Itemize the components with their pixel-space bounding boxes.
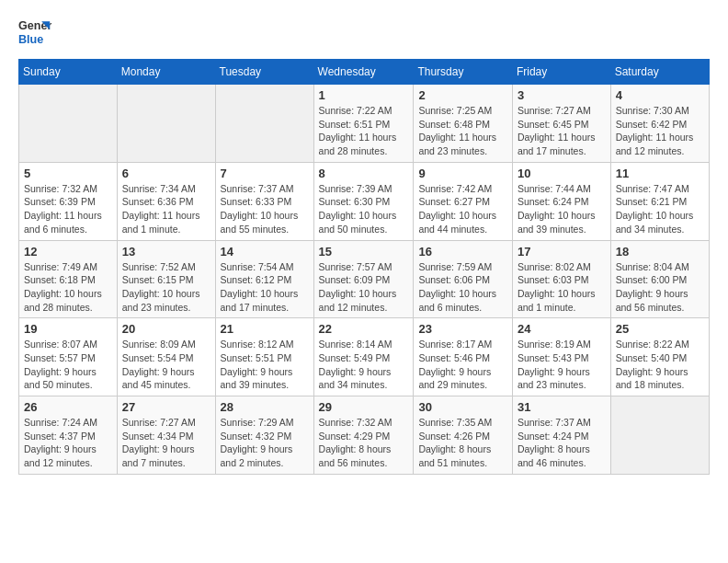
day-number: 9 (418, 167, 507, 180)
weekday-header-saturday: Saturday (610, 60, 709, 85)
calendar-cell: 17Sunrise: 8:02 AM Sunset: 6:03 PM Dayli… (512, 240, 610, 318)
calendar-cell: 8Sunrise: 7:39 AM Sunset: 6:30 PM Daylig… (313, 162, 414, 240)
calendar-cell: 20Sunrise: 8:09 AM Sunset: 5:54 PM Dayli… (117, 318, 215, 396)
calendar-cell: 12Sunrise: 7:49 AM Sunset: 6:18 PM Dayli… (19, 240, 118, 318)
day-number: 28 (221, 400, 309, 414)
day-number: 16 (418, 245, 507, 259)
day-info: Sunrise: 7:32 AM Sunset: 6:39 PM Dayligh… (24, 182, 112, 236)
calendar-cell: 28Sunrise: 7:29 AM Sunset: 4:32 PM Dayli… (215, 396, 313, 475)
calendar-cell: 10Sunrise: 7:44 AM Sunset: 6:24 PM Dayli… (512, 162, 610, 240)
day-info: Sunrise: 7:25 AM Sunset: 6:48 PM Dayligh… (418, 104, 507, 158)
day-info: Sunrise: 7:44 AM Sunset: 6:24 PM Dayligh… (518, 182, 606, 236)
calendar-cell (19, 85, 118, 163)
day-info: Sunrise: 7:57 AM Sunset: 6:09 PM Dayligh… (319, 260, 409, 315)
calendar-cell: 13Sunrise: 7:52 AM Sunset: 6:15 PM Dayli… (117, 240, 215, 318)
day-info: Sunrise: 8:04 AM Sunset: 6:00 PM Dayligh… (616, 260, 704, 315)
day-number: 25 (616, 322, 704, 336)
day-info: Sunrise: 7:32 AM Sunset: 4:29 PM Dayligh… (319, 416, 409, 470)
day-number: 10 (518, 167, 606, 180)
page-header: General Blue (18, 15, 710, 48)
calendar-cell: 31Sunrise: 7:37 AM Sunset: 4:24 PM Dayli… (512, 396, 610, 475)
day-number: 4 (616, 88, 704, 102)
day-number: 20 (122, 322, 210, 336)
day-number: 26 (24, 400, 112, 414)
day-info: Sunrise: 7:47 AM Sunset: 6:21 PM Dayligh… (616, 182, 704, 236)
calendar-cell: 4Sunrise: 7:30 AM Sunset: 6:42 PM Daylig… (610, 85, 709, 163)
calendar-cell: 26Sunrise: 7:24 AM Sunset: 4:37 PM Dayli… (19, 396, 118, 475)
day-number: 15 (319, 245, 409, 259)
day-number: 29 (319, 400, 409, 414)
day-number: 6 (122, 167, 210, 180)
day-number: 8 (319, 167, 409, 180)
logo-icon: General Blue (18, 15, 51, 48)
day-number: 2 (418, 88, 507, 102)
calendar-week-row: 5Sunrise: 7:32 AM Sunset: 6:39 PM Daylig… (19, 162, 710, 240)
day-number: 13 (122, 245, 210, 259)
calendar-cell: 25Sunrise: 8:22 AM Sunset: 5:40 PM Dayli… (610, 318, 709, 396)
calendar-cell: 14Sunrise: 7:54 AM Sunset: 6:12 PM Dayli… (215, 240, 313, 318)
calendar-cell: 3Sunrise: 7:27 AM Sunset: 6:45 PM Daylig… (512, 85, 610, 163)
calendar-cell (610, 396, 709, 475)
calendar-week-row: 1Sunrise: 7:22 AM Sunset: 6:51 PM Daylig… (19, 85, 710, 163)
calendar-cell (215, 85, 313, 163)
calendar-cell: 21Sunrise: 8:12 AM Sunset: 5:51 PM Dayli… (215, 318, 313, 396)
calendar-cell: 29Sunrise: 7:32 AM Sunset: 4:29 PM Dayli… (313, 396, 414, 475)
calendar-cell: 16Sunrise: 7:59 AM Sunset: 6:06 PM Dayli… (414, 240, 513, 318)
day-info: Sunrise: 8:02 AM Sunset: 6:03 PM Dayligh… (518, 260, 606, 315)
day-info: Sunrise: 7:49 AM Sunset: 6:18 PM Dayligh… (24, 260, 112, 315)
calendar-cell: 24Sunrise: 8:19 AM Sunset: 5:43 PM Dayli… (512, 318, 610, 396)
day-number: 27 (122, 400, 210, 414)
calendar-cell: 2Sunrise: 7:25 AM Sunset: 6:48 PM Daylig… (414, 85, 513, 163)
day-number: 3 (518, 88, 606, 102)
calendar-cell: 27Sunrise: 7:27 AM Sunset: 4:34 PM Dayli… (117, 396, 215, 475)
day-info: Sunrise: 7:52 AM Sunset: 6:15 PM Dayligh… (122, 260, 210, 315)
day-number: 22 (319, 322, 409, 336)
weekday-header-sunday: Sunday (19, 60, 118, 85)
day-info: Sunrise: 7:30 AM Sunset: 6:42 PM Dayligh… (616, 104, 704, 158)
day-info: Sunrise: 7:59 AM Sunset: 6:06 PM Dayligh… (418, 260, 507, 315)
calendar-cell: 11Sunrise: 7:47 AM Sunset: 6:21 PM Dayli… (610, 162, 709, 240)
calendar-cell: 7Sunrise: 7:37 AM Sunset: 6:33 PM Daylig… (215, 162, 313, 240)
calendar-week-row: 26Sunrise: 7:24 AM Sunset: 4:37 PM Dayli… (19, 396, 710, 475)
calendar-table: SundayMondayTuesdayWednesdayThursdayFrid… (18, 59, 710, 475)
day-info: Sunrise: 7:42 AM Sunset: 6:27 PM Dayligh… (418, 182, 507, 236)
calendar-cell: 18Sunrise: 8:04 AM Sunset: 6:00 PM Dayli… (610, 240, 709, 318)
day-info: Sunrise: 7:37 AM Sunset: 4:24 PM Dayligh… (518, 416, 606, 470)
day-info: Sunrise: 7:27 AM Sunset: 6:45 PM Dayligh… (518, 104, 606, 158)
weekday-header-thursday: Thursday (414, 60, 513, 85)
day-info: Sunrise: 7:35 AM Sunset: 4:26 PM Dayligh… (418, 416, 507, 470)
day-number: 18 (616, 245, 704, 259)
day-number: 12 (24, 245, 112, 259)
day-number: 30 (418, 400, 507, 414)
day-number: 31 (518, 400, 606, 414)
day-number: 5 (24, 167, 112, 180)
calendar-cell (117, 85, 215, 163)
logo: General Blue (18, 15, 51, 48)
calendar-cell: 1Sunrise: 7:22 AM Sunset: 6:51 PM Daylig… (313, 85, 414, 163)
calendar-week-row: 12Sunrise: 7:49 AM Sunset: 6:18 PM Dayli… (19, 240, 710, 318)
weekday-header-wednesday: Wednesday (313, 60, 414, 85)
weekday-header-row: SundayMondayTuesdayWednesdayThursdayFrid… (19, 60, 710, 85)
calendar-cell: 23Sunrise: 8:17 AM Sunset: 5:46 PM Dayli… (414, 318, 513, 396)
day-info: Sunrise: 7:24 AM Sunset: 4:37 PM Dayligh… (24, 416, 112, 470)
day-number: 1 (319, 88, 409, 102)
day-number: 19 (24, 322, 112, 336)
day-info: Sunrise: 8:09 AM Sunset: 5:54 PM Dayligh… (122, 338, 210, 392)
calendar-cell: 9Sunrise: 7:42 AM Sunset: 6:27 PM Daylig… (414, 162, 513, 240)
day-info: Sunrise: 8:17 AM Sunset: 5:46 PM Dayligh… (418, 338, 507, 392)
day-number: 11 (616, 167, 704, 180)
weekday-header-tuesday: Tuesday (215, 60, 313, 85)
calendar-cell: 22Sunrise: 8:14 AM Sunset: 5:49 PM Dayli… (313, 318, 414, 396)
day-info: Sunrise: 7:22 AM Sunset: 6:51 PM Dayligh… (319, 104, 409, 158)
calendar-cell: 5Sunrise: 7:32 AM Sunset: 6:39 PM Daylig… (19, 162, 118, 240)
day-info: Sunrise: 7:34 AM Sunset: 6:36 PM Dayligh… (122, 182, 210, 236)
day-info: Sunrise: 8:19 AM Sunset: 5:43 PM Dayligh… (518, 338, 606, 392)
day-number: 23 (418, 322, 507, 336)
day-info: Sunrise: 7:54 AM Sunset: 6:12 PM Dayligh… (221, 260, 309, 315)
calendar-cell: 19Sunrise: 8:07 AM Sunset: 5:57 PM Dayli… (19, 318, 118, 396)
weekday-header-monday: Monday (117, 60, 215, 85)
day-info: Sunrise: 8:14 AM Sunset: 5:49 PM Dayligh… (319, 338, 409, 392)
calendar-cell: 30Sunrise: 7:35 AM Sunset: 4:26 PM Dayli… (414, 396, 513, 475)
day-number: 21 (221, 322, 309, 336)
day-info: Sunrise: 7:27 AM Sunset: 4:34 PM Dayligh… (122, 416, 210, 470)
